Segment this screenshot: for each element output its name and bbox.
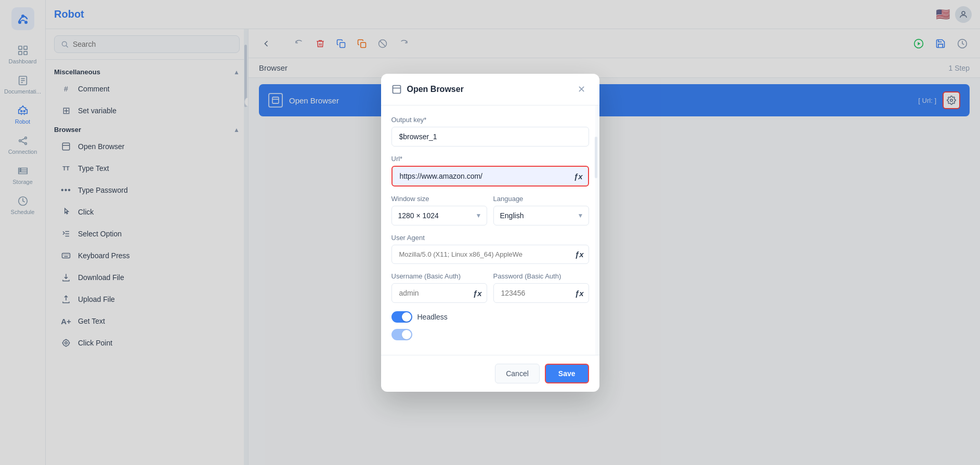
password-col: Password (Basic Auth) ƒx: [493, 272, 589, 303]
auth-row: Username (Basic Auth) ƒx Password (Basic…: [391, 272, 589, 303]
modal-body: Output key* Url* ƒx Window size 1280 × 1…: [381, 105, 599, 355]
modal-footer: Cancel Save: [381, 355, 599, 392]
modal-browser-icon: [391, 84, 402, 95]
modal-scrollbar-track: [595, 105, 599, 355]
window-size-select-wrap: 1280 × 1024 1920 × 1080 1366 × 768 ▼: [391, 206, 487, 225]
second-toggle-row: [391, 329, 589, 340]
cancel-button[interactable]: Cancel: [495, 364, 540, 383]
user-agent-fx-button[interactable]: ƒx: [575, 250, 584, 259]
modal-header: Open Browser ✕: [381, 74, 599, 105]
username-label: Username (Basic Auth): [391, 272, 487, 280]
modal-close-button[interactable]: ✕: [574, 82, 589, 97]
modal-scrollbar-thumb: [595, 137, 597, 178]
password-input-wrap: ƒx: [493, 283, 589, 303]
username-fx-button[interactable]: ƒx: [473, 288, 482, 297]
window-size-col: Window size 1280 × 1024 1920 × 1080 1366…: [391, 195, 487, 225]
output-key-input[interactable]: [391, 127, 589, 147]
language-col: Language English Chinese Japanese ▼: [493, 195, 589, 225]
modal-save-button[interactable]: Save: [545, 364, 589, 383]
window-language-row: Window size 1280 × 1024 1920 × 1080 1366…: [391, 195, 589, 225]
url-input-wrap: ƒx: [391, 166, 589, 187]
password-fx-button[interactable]: ƒx: [575, 288, 584, 297]
output-key-group: Output key*: [391, 116, 589, 147]
url-fx-button[interactable]: ƒx: [574, 171, 583, 180]
modal-title: Open Browser: [407, 85, 464, 94]
language-label: Language: [493, 195, 589, 203]
language-select-wrap: English Chinese Japanese ▼: [493, 206, 589, 225]
second-toggle[interactable]: [391, 329, 412, 340]
window-size-select[interactable]: 1280 × 1024 1920 × 1080 1366 × 768: [391, 206, 487, 225]
headless-label: Headless: [417, 313, 448, 321]
username-col: Username (Basic Auth) ƒx: [391, 272, 487, 303]
language-select[interactable]: English Chinese Japanese: [493, 206, 589, 225]
user-agent-group: User Agent ƒx: [391, 234, 589, 264]
open-browser-modal: Open Browser ✕ Output key* Url* ƒx W: [381, 74, 599, 392]
url-input[interactable]: [393, 167, 588, 185]
modal-header-left: Open Browser: [391, 84, 464, 95]
user-agent-input-wrap: ƒx: [391, 245, 589, 264]
modal-overlay[interactable]: Open Browser ✕ Output key* Url* ƒx W: [0, 0, 980, 465]
window-size-label: Window size: [391, 195, 487, 203]
headless-row: Headless: [391, 311, 589, 323]
url-group: Url* ƒx: [391, 155, 589, 187]
output-key-label: Output key*: [391, 116, 589, 124]
svg-rect-54: [393, 85, 400, 93]
username-input-wrap: ƒx: [391, 283, 487, 303]
password-label: Password (Basic Auth): [493, 272, 589, 280]
headless-toggle[interactable]: [391, 311, 412, 323]
user-agent-label: User Agent: [391, 234, 589, 242]
url-label: Url*: [391, 155, 589, 163]
user-agent-input[interactable]: [391, 245, 589, 264]
